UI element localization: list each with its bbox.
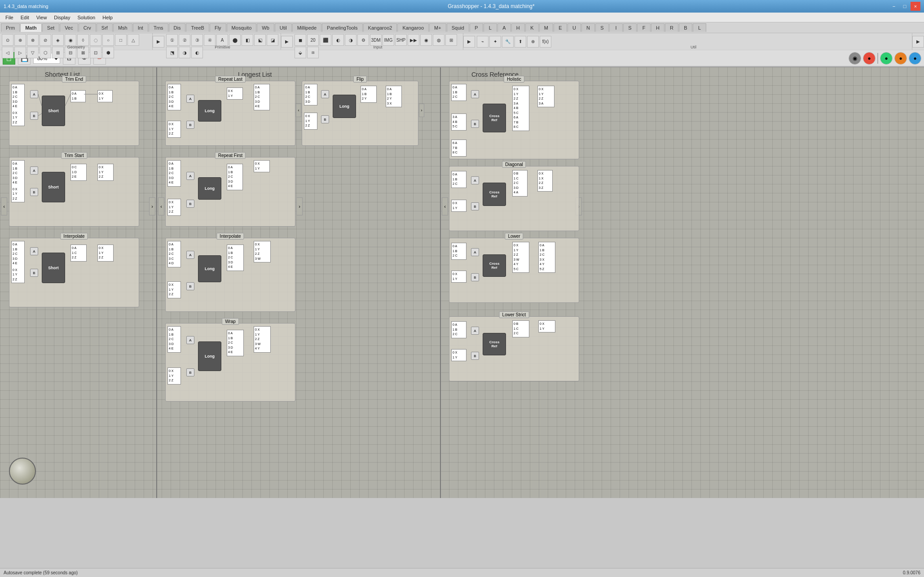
rl-core-long[interactable]: Long — [198, 100, 221, 122]
lo-core-crossref[interactable]: CrossRef — [483, 254, 506, 277]
tab-p[interactable]: P — [470, 23, 483, 32]
ho-node-b[interactable]: B — [471, 120, 479, 128]
tb-btn-3[interactable]: ⊗ — [27, 34, 39, 46]
diag-core-crossref[interactable]: CrossRef — [483, 183, 506, 206]
tab-h2[interactable]: H — [651, 23, 664, 32]
tab-crv[interactable]: Crv — [79, 23, 96, 32]
wrap-core-long[interactable]: Long — [198, 341, 221, 371]
scroll-right-2[interactable]: › — [296, 197, 303, 215]
diag-node-a[interactable]: A — [471, 176, 479, 184]
tab-s2[interactable]: S — [623, 23, 637, 32]
input-btn-15[interactable]: ⧆ — [307, 47, 319, 58]
tab-a[interactable]: A — [497, 23, 511, 32]
input-btn-12[interactable]: ◍ — [433, 34, 444, 46]
util-btn-5[interactable]: ⊕ — [527, 36, 539, 48]
prim-btn-10[interactable]: ⬔ — [166, 47, 178, 58]
tab-s1[interactable]: S — [595, 23, 609, 32]
prim-btn-4[interactable]: ④ — [204, 34, 216, 46]
tb-btn-7[interactable]: ◊ — [77, 34, 89, 46]
tab-trns[interactable]: Trns — [149, 23, 168, 32]
tab-set[interactable]: Set — [42, 23, 60, 32]
tab-util[interactable]: Util — [275, 23, 292, 32]
input-btn-2[interactable]: 20 — [307, 34, 319, 46]
tb-btn-8[interactable]: ◌ — [90, 34, 101, 46]
tab-panelingtools[interactable]: PanelingTools — [322, 23, 363, 32]
rf-core-long[interactable]: Long — [198, 177, 221, 200]
orange-btn[interactable]: ● — [894, 52, 907, 65]
input-btn-5[interactable]: ◑ — [345, 34, 356, 46]
input-btn-14[interactable]: ⬙ — [295, 47, 306, 58]
minimize-button[interactable]: − — [889, 2, 899, 11]
tb-btn-15[interactable]: ⬡ — [40, 47, 51, 58]
prim-btn-11[interactable]: ◑ — [179, 47, 190, 58]
tab-int[interactable]: Int — [133, 23, 148, 32]
input-expand[interactable]: ▶ — [463, 36, 475, 48]
tb-btn-20[interactable]: ⬢ — [102, 47, 114, 58]
tab-i[interactable]: I — [609, 23, 623, 32]
util-btn-4[interactable]: ⬆ — [515, 36, 526, 48]
tab-f[interactable]: F — [637, 23, 651, 32]
te-node-b[interactable]: B — [30, 112, 38, 120]
li-node-b[interactable]: B — [186, 282, 194, 290]
ts-core-short[interactable]: Short — [42, 172, 65, 202]
tb-btn-2[interactable]: ⊕ — [14, 34, 26, 46]
diag-node-b[interactable]: B — [471, 202, 479, 210]
tab-mosquito[interactable]: Mosquito — [227, 23, 257, 32]
scroll-left-3[interactable]: ‹ — [442, 197, 448, 215]
rl-node-b[interactable]: B — [186, 121, 194, 129]
input-btn-10[interactable]: ▶▶ — [408, 34, 419, 46]
li-node-a[interactable]: A — [186, 251, 194, 259]
li-core-long[interactable]: Long — [198, 255, 221, 282]
canvas-area[interactable]: Shortest List Longest List Cross Referen… — [0, 67, 924, 498]
flip-node-b[interactable]: B — [321, 115, 329, 123]
tab-h[interactable]: H — [511, 23, 525, 32]
tab-kangaroo[interactable]: Kangaroo — [397, 23, 429, 32]
rl-node-a[interactable]: A — [186, 95, 194, 103]
flip-scroll-left[interactable]: ‹ — [296, 104, 301, 117]
tab-msh[interactable]: Msh — [113, 23, 132, 32]
nav-globe[interactable] — [9, 458, 36, 485]
rf-node-b[interactable]: B — [186, 200, 194, 208]
flip-core-long[interactable]: Long — [333, 95, 356, 118]
tab-u[interactable]: U — [568, 23, 581, 32]
tab-r[interactable]: R — [665, 23, 678, 32]
tb-btn-6[interactable]: ◉ — [65, 34, 76, 46]
flip-node-a[interactable]: A — [321, 90, 329, 98]
prim-btn-6[interactable]: ⬤ — [229, 34, 241, 46]
tb-btn-19[interactable]: ⊡ — [90, 47, 101, 58]
tab-e[interactable]: E — [554, 23, 567, 32]
menu-display[interactable]: Display — [50, 14, 74, 21]
preview-shaded-button[interactable]: ◉ — [849, 52, 861, 65]
prim-btn-9[interactable]: ◪ — [267, 34, 278, 46]
util-btn-3[interactable]: 🔧 — [502, 36, 514, 48]
scroll-left-1[interactable]: ‹ — [1, 197, 7, 215]
prim-btn-1[interactable]: ① — [166, 34, 178, 46]
tb-btn-10[interactable]: □ — [115, 34, 127, 46]
tab-treeb[interactable]: TreeB — [186, 23, 209, 32]
input-btn-6[interactable]: ⚙ — [357, 34, 369, 46]
blue-btn[interactable]: ● — [909, 52, 921, 65]
tab-dis[interactable]: Dis — [169, 23, 186, 32]
ls-node-b[interactable]: B — [471, 352, 479, 360]
tb-btn-1[interactable]: ⊙ — [2, 34, 13, 46]
green-btn[interactable]: ● — [880, 52, 893, 65]
scroll-left-2[interactable]: ‹ — [158, 197, 164, 215]
si-node-a[interactable]: A — [30, 247, 38, 255]
util-btn-1[interactable]: ⌁ — [477, 36, 488, 48]
scroll-right-1[interactable]: › — [149, 197, 155, 215]
input-btn-13[interactable]: ⊞ — [445, 34, 457, 46]
tab-kangaroo2[interactable]: Kangaroo2 — [363, 23, 397, 32]
tab-l[interactable]: L — [484, 23, 497, 32]
geometry-expand[interactable]: ▶ — [153, 36, 164, 48]
tab-millipede[interactable]: Millipede — [292, 23, 321, 32]
tab-k[interactable]: K — [525, 23, 539, 32]
tb-btn-9[interactable]: ○ — [102, 34, 114, 46]
wrap-node-b[interactable]: B — [186, 368, 194, 376]
input-btn-7[interactable]: 3DM — [370, 34, 382, 46]
util-btn-6[interactable]: f(x) — [540, 36, 551, 48]
prim-btn-5[interactable]: A — [216, 34, 228, 46]
tab-n[interactable]: N — [581, 23, 595, 32]
prim-btn-8[interactable]: ⬕ — [254, 34, 266, 46]
prim-btn-2[interactable]: ② — [179, 34, 190, 46]
util-btn-2[interactable]: ✦ — [489, 36, 501, 48]
